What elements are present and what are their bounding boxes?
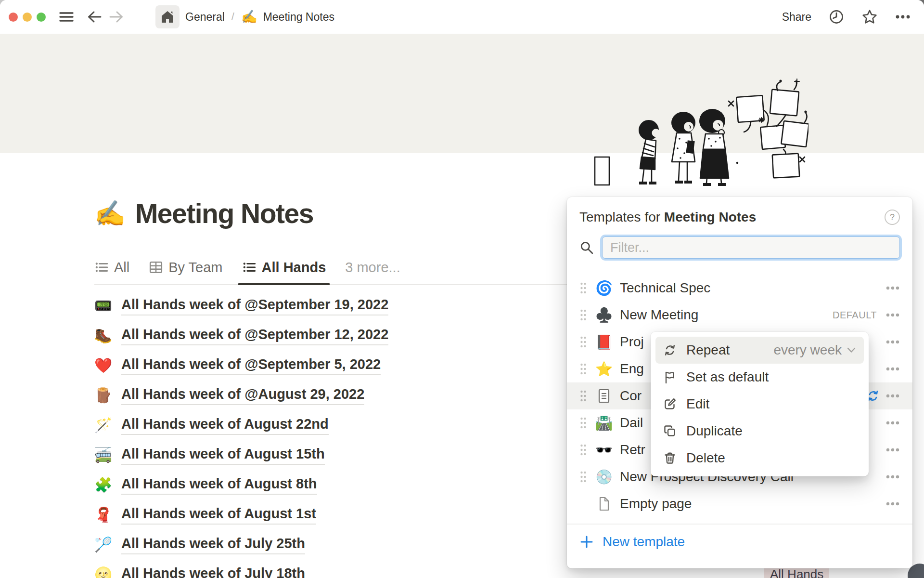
chevron-down-icon <box>847 347 856 354</box>
template-row-empty-page[interactable]: Empty page <box>567 490 912 517</box>
document-icon <box>595 388 613 404</box>
more-options-icon[interactable] <box>895 14 911 19</box>
page-item-link[interactable]: All Hands week of August 15th <box>121 446 325 465</box>
page-emoji[interactable]: ✍️ <box>94 201 126 226</box>
list-view-icon <box>94 260 109 275</box>
drag-handle-icon[interactable] <box>579 363 587 375</box>
row-more-options-icon[interactable] <box>886 474 900 479</box>
menu-item-duplicate[interactable]: Duplicate <box>655 418 864 445</box>
template-row[interactable]: ♣️ New Meeting DEFAULT <box>567 302 912 328</box>
cover-illustration <box>592 76 808 187</box>
page-item-link[interactable]: All Hands week of July 18th <box>121 565 305 578</box>
new-template-button[interactable]: New template <box>567 525 912 559</box>
tab-by-team[interactable]: By Team <box>149 250 222 285</box>
help-icon[interactable]: ? <box>885 210 900 225</box>
flag-icon <box>663 370 677 384</box>
page-item-link[interactable]: All Hands week of August 8th <box>121 476 317 495</box>
templates-popup-header: Templates for Meeting Notes ? <box>567 197 912 225</box>
row-more-options-icon[interactable] <box>886 447 900 452</box>
menu-item-label: Repeat <box>686 342 730 358</box>
tab-all[interactable]: All <box>94 250 129 285</box>
template-context-menu: Repeat every week Set as default Edit <box>651 332 869 476</box>
share-button[interactable]: Share <box>782 11 811 24</box>
home-button[interactable] <box>155 5 180 28</box>
drag-handle-icon[interactable] <box>579 417 587 429</box>
page-title[interactable]: Meeting Notes <box>135 197 313 229</box>
more-views-button[interactable]: 3 more... <box>345 250 400 285</box>
list-item[interactable]: 🚎All Hands week of August 15th <box>94 440 388 470</box>
duplicate-icon <box>663 424 677 438</box>
empty-page-icon <box>595 496 613 512</box>
repeat-frequency-dropdown[interactable]: every week <box>773 342 856 358</box>
list-item[interactable]: ❤️All Hands week of @September 5, 2022 <box>94 351 388 381</box>
sidebar-toggle-icon[interactable] <box>59 11 74 23</box>
page-item-emoji: 🚎 <box>94 448 114 462</box>
page-item-link[interactable]: All Hands week of August 1st <box>121 506 316 525</box>
list-item[interactable]: 🥾All Hands week of @September 12, 2022 <box>94 321 388 351</box>
row-more-options-icon[interactable] <box>886 313 900 317</box>
close-window-button[interactable] <box>9 13 18 22</box>
drag-handle-icon[interactable] <box>579 282 587 294</box>
page-item-emoji: 🪵 <box>94 388 114 403</box>
back-icon[interactable] <box>87 10 102 24</box>
page-list: 📟All Hands week of @September 19, 2022 🥾… <box>94 291 388 578</box>
template-emoji: ♣️ <box>595 308 613 322</box>
templates-popup-title: Templates for Meeting Notes <box>579 210 756 225</box>
row-more-options-icon[interactable] <box>886 394 900 398</box>
breadcrumb-page-title[interactable]: Meeting Notes <box>263 11 334 24</box>
table-view-icon <box>149 260 163 275</box>
list-item[interactable]: 🪄All Hands week of August 22nd <box>94 410 388 440</box>
breadcrumb-separator: / <box>231 11 234 23</box>
page-item-emoji: 🌝 <box>94 567 114 578</box>
menu-item-edit[interactable]: Edit <box>655 391 864 418</box>
page-item-emoji: 🧣 <box>94 508 114 522</box>
page-item-emoji: 🪄 <box>94 418 114 433</box>
row-more-options-icon[interactable] <box>886 340 900 344</box>
page-item-emoji: 🧩 <box>94 478 114 492</box>
page-item-link[interactable]: All Hands week of @September 19, 2022 <box>121 297 388 315</box>
drag-handle-icon[interactable] <box>579 471 587 483</box>
list-item[interactable]: 🌝All Hands week of July 18th <box>94 560 388 578</box>
page-item-link[interactable]: All Hands week of @September 12, 2022 <box>121 327 388 345</box>
tab-label: All <box>114 260 129 276</box>
list-item[interactable]: 🧣All Hands week of August 1st <box>94 500 388 530</box>
drag-handle-icon[interactable] <box>579 336 587 348</box>
tab-all-hands[interactable]: All Hands <box>242 250 326 285</box>
template-row[interactable]: 🌀 Technical Spec <box>567 275 912 302</box>
list-item[interactable]: 🪵All Hands week of @August 29, 2022 <box>94 381 388 410</box>
row-more-options-icon[interactable] <box>886 286 900 290</box>
page-cover[interactable] <box>0 34 924 153</box>
row-more-options-icon[interactable] <box>886 367 900 371</box>
view-tabs: All By Team All Hands 3 more... <box>94 250 400 285</box>
updates-clock-icon[interactable] <box>829 9 844 25</box>
template-label: New Meeting <box>620 307 833 323</box>
menu-item-set-as-default[interactable]: Set as default <box>655 364 864 391</box>
popup-title-prefix: Templates for <box>579 210 664 224</box>
page-item-link[interactable]: All Hands week of August 22nd <box>121 416 329 435</box>
menu-item-delete[interactable]: Delete <box>655 445 864 472</box>
list-item[interactable]: 🏸All Hands week of July 25th <box>94 530 388 560</box>
list-item[interactable]: 📟All Hands week of @September 19, 2022 <box>94 291 388 321</box>
page-item-link[interactable]: All Hands week of @September 5, 2022 <box>121 356 381 375</box>
filter-input[interactable] <box>602 236 900 259</box>
forward-icon[interactable] <box>109 10 124 24</box>
tab-label: By Team <box>168 260 222 276</box>
minimize-window-button[interactable] <box>23 13 32 22</box>
menu-item-repeat[interactable]: Repeat every week <box>655 337 864 364</box>
drag-handle-icon[interactable] <box>579 444 587 456</box>
favorite-star-icon[interactable] <box>861 9 878 25</box>
page-item-link[interactable]: All Hands week of July 25th <box>121 536 305 554</box>
list-item[interactable]: 🧩All Hands week of August 8th <box>94 470 388 500</box>
row-more-options-icon[interactable] <box>886 420 900 425</box>
popup-title-page: Meeting Notes <box>664 210 756 224</box>
zoom-window-button[interactable] <box>37 13 46 22</box>
template-emoji: 💿 <box>595 470 613 484</box>
row-more-options-icon[interactable] <box>886 501 900 506</box>
plus-icon <box>579 535 594 549</box>
drag-handle-icon[interactable] <box>579 309 587 321</box>
page-item-link[interactable]: All Hands week of @August 29, 2022 <box>121 386 364 405</box>
window-titlebar: General / ✍️ Meeting Notes Share <box>0 0 924 34</box>
drag-handle-icon[interactable] <box>579 390 587 402</box>
page-item-emoji: 📟 <box>94 299 114 313</box>
breadcrumb-root[interactable]: General <box>185 11 225 24</box>
